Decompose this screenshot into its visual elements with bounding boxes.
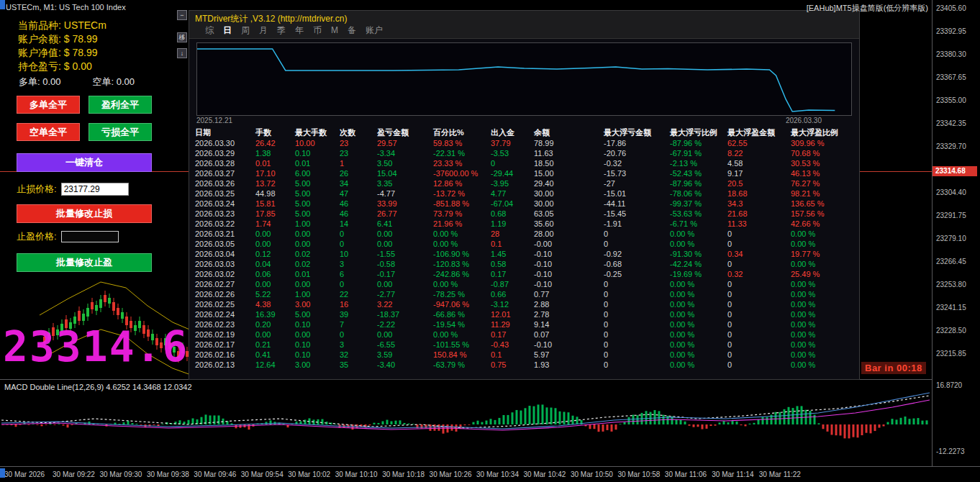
minimize-button[interactable]: − xyxy=(177,10,187,20)
stats-tab-季[interactable]: 季 xyxy=(277,24,286,37)
stats-cell: -0.17 xyxy=(377,269,433,279)
stats-cell: -0.00 xyxy=(534,239,604,249)
stats-row-2026.03.29[interactable]: 2026.03.291.380.1023-3.34-22.31 %-3.5311… xyxy=(189,148,859,158)
stats-cell: 0 xyxy=(727,350,791,360)
stats-cell: -3.12 xyxy=(491,299,534,309)
stats-cell: -0.10 xyxy=(534,340,604,350)
stats-tab-月[interactable]: 月 xyxy=(259,24,268,37)
stats-tab-备[interactable]: 备 xyxy=(348,24,356,37)
stats-row-2026.02.17[interactable]: 2026.02.170.210.103-6.55-101.55 %-0.43-0… xyxy=(189,340,859,350)
stats-tab-账户[interactable]: 账户 xyxy=(366,24,383,37)
stats-row-2026.02.16[interactable]: 2026.02.160.410.10323.59150.84 %0.15.970… xyxy=(189,350,859,360)
stats-cell: 2026.02.16 xyxy=(195,350,255,360)
stats-cell: 0.00 % xyxy=(670,350,727,360)
stats-cell: -91.30 % xyxy=(670,249,727,259)
stats-cell: 0.02 xyxy=(295,249,340,259)
stats-cell: 12.01 xyxy=(491,309,534,319)
stats-row-2026.03.27[interactable]: 2026.03.2717.106.002615.04-37600.00 %-29… xyxy=(189,168,859,178)
stats-cell: 28 xyxy=(491,229,534,239)
stats-row-2026.03.22[interactable]: 2026.03.221.741.00146.4121.96 %1.1935.60… xyxy=(189,219,859,229)
stop-loss-input[interactable] xyxy=(61,183,129,196)
batch-modify-sl-button[interactable]: 批量修改止损 xyxy=(17,204,152,223)
close-all-loss-button[interactable]: 亏损全平 xyxy=(89,123,152,141)
stats-cell: 33.99 xyxy=(377,199,433,209)
stats-cell: -0.32 xyxy=(604,158,670,168)
stats-row-2026.02.24[interactable]: 2026.02.2416.395.0039-18.37-66.86 %12.01… xyxy=(189,309,859,319)
stats-row-2026.03.28[interactable]: 2026.03.280.010.0113.5023.33 %018.50-0.3… xyxy=(189,158,859,168)
stats-cell: 0 xyxy=(491,158,534,168)
stats-cell: 0.00 % xyxy=(791,350,851,360)
stats-row-2026.02.13[interactable]: 2026.02.1312.643.0035-3.40-63.79 %0.751.… xyxy=(189,360,859,370)
stats-cell: 35.60 xyxy=(534,219,604,229)
stats-cell: 20.5 xyxy=(727,178,791,188)
stats-cell: 0 xyxy=(604,340,670,350)
stats-cell: 2026.03.29 xyxy=(195,148,255,158)
stats-cell: 136.65 % xyxy=(791,199,851,209)
stats-tab-周[interactable]: 周 xyxy=(241,24,250,37)
stats-cell: 0.41 xyxy=(255,350,295,360)
stats-cell: 0 xyxy=(727,299,791,309)
stats-cell: 18.68 xyxy=(727,188,791,199)
stats-tabs: 综日周月季年币M备账户 xyxy=(195,24,853,37)
stats-tab-币[interactable]: 币 xyxy=(313,24,322,37)
stats-cell: 6.41 xyxy=(377,219,433,229)
collapse-button[interactable]: ↓ xyxy=(177,48,187,58)
move-button[interactable]: 移 xyxy=(177,32,187,42)
stats-cell: -15.01 xyxy=(604,188,670,199)
stats-cell: -15.73 xyxy=(604,168,670,178)
stats-cell: 0.00 % xyxy=(670,239,727,249)
stats-cell: 0 xyxy=(604,350,670,360)
column-header: 出入金 xyxy=(491,127,534,138)
stats-tab-年[interactable]: 年 xyxy=(295,24,304,37)
stats-cell: -78.25 % xyxy=(433,289,491,299)
price-axis: 16.8720 -12.2273 23405.6023392.9523380.3… xyxy=(932,0,980,466)
batch-modify-tp-button[interactable]: 批量修改止盈 xyxy=(17,253,152,272)
close-all-long-button[interactable]: 多单全平 xyxy=(17,96,80,114)
stats-cell: 0.00 % xyxy=(670,360,727,370)
stats-row-2026.03.26[interactable]: 2026.03.2613.725.00343.3512.86 %-3.9529.… xyxy=(189,178,859,188)
stats-tab-M[interactable]: M xyxy=(331,24,338,37)
stats-row-2026.03.24[interactable]: 2026.03.2415.815.004633.99-851.88 %-67.0… xyxy=(189,199,859,209)
stats-cell: 2026.03.05 xyxy=(195,239,255,249)
stats-row-2026.03.05[interactable]: 2026.03.050.000.0000.000.00 %0.1-0.0000.… xyxy=(189,239,859,249)
stats-cell: 25.49 % xyxy=(791,269,851,279)
stats-cell: 16 xyxy=(340,299,377,309)
stats-cell: -27 xyxy=(604,178,670,188)
stats-cell: 35 xyxy=(340,360,377,370)
stats-cell: 2026.03.27 xyxy=(195,168,255,178)
stats-cell: 0 xyxy=(727,360,791,370)
price-scale-label: 23380.30 xyxy=(936,50,966,58)
stats-tab-综[interactable]: 综 xyxy=(205,24,214,37)
take-profit-input[interactable] xyxy=(61,231,119,242)
stats-cell: 8.22 xyxy=(727,148,791,158)
stats-row-2026.03.25[interactable]: 2026.03.2544.985.0047-4.77-13.72 %4.7730… xyxy=(189,188,859,199)
stats-row-2026.02.23[interactable]: 2026.02.230.200.107-2.22-19.54 %11.299.1… xyxy=(189,319,859,329)
stats-cell: 42.66 % xyxy=(791,219,851,229)
stats-row-2026.03.30[interactable]: 2026.03.3026.4210.002329.5759.83 %37.797… xyxy=(189,138,859,148)
stats-cell: -87.96 % xyxy=(670,178,727,188)
close-all-short-button[interactable]: 空单全平 xyxy=(17,123,80,141)
time-scale-label: 30 Mar 11:06 xyxy=(665,470,707,478)
bar-countdown: Bar in 00:18 xyxy=(861,362,926,374)
price-scale-label: 23266.45 xyxy=(936,258,966,265)
stats-tab-日[interactable]: 日 xyxy=(223,24,232,37)
stats-cell: 3.22 xyxy=(377,299,433,309)
stats-row-2026.02.27[interactable]: 2026.02.270.000.0000.000.00 %-0.87-0.100… xyxy=(189,279,859,289)
stats-row-2026.03.03[interactable]: 2026.03.030.040.023-0.58-120.83 %0.58-0.… xyxy=(189,259,859,269)
stats-row-2026.02.25[interactable]: 2026.02.254.383.00163.22-947.06 %-3.122.… xyxy=(189,299,859,309)
stats-row-2026.03.23[interactable]: 2026.03.2317.855.004626.7773.79 %0.6863.… xyxy=(189,209,859,219)
price-scale-label: 23228.50 xyxy=(936,327,966,335)
stats-row-2026.03.04[interactable]: 2026.03.040.120.0210-1.55-106.90 %1.45-0… xyxy=(189,249,859,259)
stats-row-2026.02.26[interactable]: 2026.02.265.221.0022-2.77-78.25 %0.660.7… xyxy=(189,289,859,299)
stats-row-2026.03.21[interactable]: 2026.03.210.000.0000.000.00 %2828.0000.0… xyxy=(189,229,859,239)
stats-cell: -67.04 xyxy=(491,199,534,209)
stats-row-2026.03.02[interactable]: 2026.03.020.060.016-0.17-242.86 %0.17-0.… xyxy=(189,269,859,279)
stats-row-2026.02.19[interactable]: 2026.02.190.000.0000.000.00 %0.170.0700.… xyxy=(189,329,859,340)
close-all-profit-button[interactable]: 盈利全平 xyxy=(89,96,152,114)
stats-cell: 34.3 xyxy=(727,199,791,209)
column-header: 百分比% xyxy=(433,127,491,138)
stats-cell: -0.87 xyxy=(491,279,534,289)
price-scale-label: 23215.85 xyxy=(936,350,966,358)
stats-cell: -1.55 xyxy=(377,249,433,259)
close-everything-button[interactable]: 一键清仓 xyxy=(17,153,152,172)
